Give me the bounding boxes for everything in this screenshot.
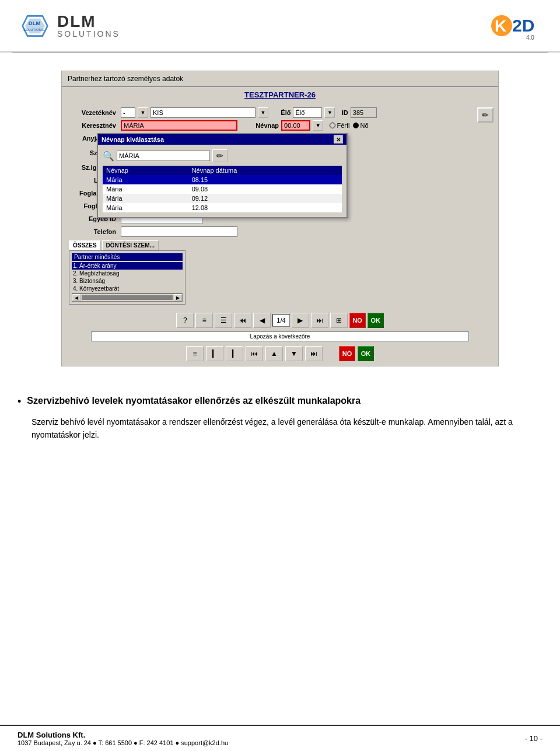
bullet-heading: • Szervizbehívó levelek nyomtatásakor el… [18, 396, 542, 408]
app-window: Partnerhez tartozó személyes adatok TESZ… [61, 71, 499, 366]
svg-text:DLM: DLM [29, 19, 41, 26]
list-item[interactable]: 4. Környezetbarát [72, 285, 183, 292]
ferfi-label: Férfi [337, 122, 349, 129]
nevnap-dropdown[interactable]: ▼ [313, 120, 323, 131]
tab-osszes[interactable]: ÖSSZES [69, 240, 101, 250]
no-radio-circle [353, 123, 359, 128]
nav-next-btn[interactable]: ▶ [292, 313, 309, 328]
bottom-nav-btn5[interactable]: ▲ [265, 346, 283, 361]
footer-company: DLM Solutions Kft. [18, 731, 228, 739]
bottom-ok-button[interactable]: OK [358, 346, 374, 361]
form-title: TESZTPARTNER-26 [62, 87, 498, 103]
nav-ok-button[interactable]: OK [368, 313, 384, 328]
nevnap-cell: Mária [103, 184, 188, 194]
nevnap-cell: Mária [103, 194, 188, 203]
bottom-nav-row: ≡ ▎ ▎ ⏮ ▲ ▼ ⏭ NO OK [62, 344, 498, 366]
bottom-no-button[interactable]: NO [339, 346, 355, 361]
nevnap-input[interactable] [281, 120, 310, 131]
search-icon: 🔍 [103, 151, 114, 162]
bottom-nav-btn6[interactable]: ▼ [285, 346, 303, 361]
table-row[interactable]: Mária 09.08 [103, 184, 342, 194]
ferfi-radio[interactable]: Férfi [330, 122, 349, 129]
list-item[interactable]: 3. Biztonság [72, 277, 183, 285]
window-title-text: Partnerhez tartozó személyes adatok [68, 75, 183, 83]
table-row[interactable]: Mária 09.12 [103, 194, 342, 203]
popup-search-input[interactable] [117, 151, 210, 161]
vezeteknev-down-btn[interactable]: ▼ [258, 107, 268, 118]
dlm-name: DLM [57, 13, 120, 30]
nav-prev-btn[interactable]: ◀ [253, 313, 271, 328]
edit-button[interactable]: ✏ [477, 107, 494, 123]
datum-cell: 08.15 [188, 175, 342, 184]
telefon-input[interactable] [121, 226, 237, 237]
nevnap-cell: Mária [103, 175, 188, 184]
lapozas-area: Lapozás a következőre [62, 331, 498, 344]
nav-no-button[interactable]: NO [349, 313, 366, 328]
tabs-row: ÖSSZES DÖNTÉSI SZEM... [69, 240, 491, 250]
horizontal-scrollbar[interactable]: ◀ ▶ [72, 294, 183, 302]
nevnap-cell: Mária [103, 203, 188, 212]
table-row[interactable]: Mária 08.15 [103, 175, 342, 184]
popup-close-button[interactable]: ✕ [334, 135, 343, 144]
bullet-dot: • [18, 396, 21, 408]
nevnap-table: Névnap Névnap dátuma Mária 08.15 Mária [103, 166, 342, 212]
gender-radio-group: Férfi Nő [330, 122, 368, 129]
nav-next-last-btn[interactable]: ⏭ [311, 313, 328, 328]
list-item[interactable]: 1. Ár-érték arány [72, 262, 183, 270]
nav-list2-btn[interactable]: ☰ [215, 313, 232, 328]
window-title-bar: Partnerhez tartozó személyes adatok [62, 71, 498, 87]
scroll-right-btn[interactable]: ▶ [174, 294, 182, 301]
vezeteknev-input[interactable] [150, 107, 256, 118]
window-body: ✏ Vezetéknév ▼ ▼ Élő ▼ ID Keresztnév [62, 103, 498, 309]
scroll-thumb [82, 295, 173, 300]
bullet-title-text: Szervizbehívó levelek nyomtatásakor elle… [27, 396, 360, 406]
page-indicator: 1/4 [272, 314, 289, 327]
page-header: DLM SOLUTIONS DLM SOLUTIONS K 2D 4.0 [0, 0, 560, 53]
vezeteknev-dropdown[interactable]: ▼ [138, 107, 148, 118]
keresztnev-input[interactable] [121, 120, 237, 131]
partner-minosites-title: Partner minősítés [72, 253, 183, 261]
text-section: • Szervizbehívó levelek nyomtatásakor el… [0, 384, 560, 453]
popup-edit-button[interactable]: ✏ [212, 149, 228, 162]
ferfi-radio-circle [330, 123, 335, 128]
popup-search-row: 🔍 ✏ [103, 149, 342, 162]
id-input[interactable] [351, 107, 377, 118]
list-item[interactable]: 2. Megbízhatóság [72, 270, 183, 277]
elo-input[interactable] [293, 107, 322, 118]
id-label: ID [342, 109, 348, 116]
nav-list-btn[interactable]: ≡ [195, 313, 213, 328]
popup-body: 🔍 ✏ Névnap Névnap dátuma [98, 145, 346, 217]
bottom-nav-btn7[interactable]: ⏭ [305, 346, 323, 361]
telefon-row: Telefon [69, 226, 491, 237]
elo-dropdown[interactable]: ▼ [324, 107, 335, 118]
footer-address: 1037 Budapest, Zay u. 24 ● T: 661 5500 ●… [18, 739, 228, 746]
nav-grid-btn[interactable]: ⊞ [330, 313, 348, 328]
k2d-logo: K 2D 4.0 [490, 7, 542, 45]
vezeteknev-label: Vezetéknév [69, 109, 118, 116]
svg-text:K: K [495, 17, 506, 35]
table-row[interactable]: Mária 12.08 [103, 203, 342, 212]
bottom-nav-btn2[interactable]: ▎ [206, 346, 223, 361]
scroll-left-btn[interactable]: ◀ [72, 294, 80, 301]
vezeteknev-row: Vezetéknév ▼ ▼ Élő ▼ ID [69, 107, 491, 118]
footer-left: DLM Solutions Kft. 1037 Budapest, Zay u.… [18, 731, 228, 746]
vezeteknev-prefix-input[interactable] [121, 107, 135, 118]
no-radio[interactable]: Nő [353, 122, 368, 129]
dlm-logo-icon: DLM SOLUTIONS [18, 10, 52, 42]
page-footer: DLM Solutions Kft. 1037 Budapest, Zay u.… [0, 725, 560, 751]
nav-help-btn[interactable]: ? [176, 313, 194, 328]
bottom-nav-btn3[interactable]: ▎ [226, 346, 243, 361]
telefon-label: Telefon [69, 228, 118, 235]
form-title-text: TESZTPARTNER-26 [244, 90, 316, 99]
footer-page: - 10 - [525, 734, 542, 743]
nav-prev-first-btn[interactable]: ⏮ [234, 313, 251, 328]
datum-cell: 12.08 [188, 203, 342, 212]
lapozas-label: Lapozás a következőre [91, 331, 469, 341]
bottom-nav-btn1[interactable]: ≡ [186, 346, 204, 361]
svg-text:2D: 2D [512, 16, 534, 35]
main-content: Partnerhez tartozó személyes adatok TESZ… [0, 53, 560, 384]
bottom-nav-btn4[interactable]: ⏮ [246, 346, 263, 361]
tab-dontesi[interactable]: DÖNTÉSI SZEM... [102, 240, 159, 250]
keresztnev-label: Keresztnév [69, 122, 118, 129]
dlm-text: DLM SOLUTIONS [57, 13, 120, 38]
